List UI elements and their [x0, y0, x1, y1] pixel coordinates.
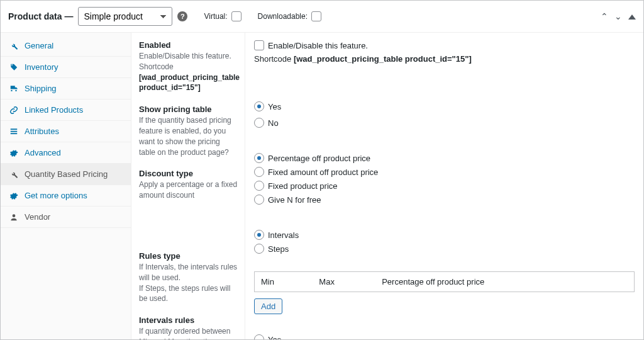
wrench-icon [9, 42, 18, 50]
sidebar-item-advanced[interactable]: Advanced [1, 142, 131, 164]
help-icon[interactable]: ? [177, 11, 187, 21]
ctrl-show-table: Yes No [254, 101, 635, 128]
sidebar-item-quantity-based-pricing[interactable]: Quantity Based Pricing [1, 164, 131, 185]
ctrl-tiered: Yes No [254, 334, 635, 339]
enable-feature-label: Enable/Disable this feature. [268, 41, 368, 50]
svg-point-3 [13, 214, 16, 217]
sidebar-item-general[interactable]: General [1, 35, 131, 57]
svg-rect-1 [11, 130, 18, 132]
sidebar-item-linked-products[interactable]: Linked Products [1, 99, 131, 121]
panel-title: Product data — [8, 11, 73, 21]
sidebar-item-label: Inventory [25, 62, 58, 72]
rules-type-radio[interactable] [254, 244, 264, 254]
sidebar-item-vendor[interactable]: Vendor [1, 207, 131, 228]
discount-option: Give N for free [254, 195, 635, 205]
panel-header: Product data — Simple product ? Virtual:… [1, 1, 643, 33]
sidebar-item-label: Quantity Based Pricing [25, 169, 108, 179]
descriptions-column: Enabled Enable/Disable this feature. Sho… [131, 33, 245, 339]
shortcode-display: Shortcode [wad_product_pricing_table pro… [254, 54, 635, 64]
gear-icon [9, 149, 18, 157]
desc-label: Intervals rules [139, 315, 238, 325]
sidebar-item-label: Get more options [25, 191, 87, 200]
radio-label-yes: Yes [268, 102, 281, 111]
sidebar-item-inventory[interactable]: Inventory [1, 57, 131, 78]
radio-label: Fixed product price [268, 181, 338, 191]
intervals-rules-table: MinMaxPercentage off product price [254, 271, 635, 292]
sidebar-item-label: Vendor [25, 212, 50, 222]
show-table-no-radio[interactable] [254, 118, 264, 128]
radio-label: Give N for free [268, 195, 321, 205]
discount-option: Percentage off product price [254, 153, 635, 163]
table-header: Percentage off product price [375, 272, 634, 292]
controls-column: Enable/Disable this feature. Shortcode [… [245, 33, 643, 339]
product-type-select[interactable]: Simple product [78, 7, 172, 26]
ctrl-enabled: Enable/Disable this feature. Shortcode [… [254, 40, 635, 64]
discount-option: Fixed amount off product price [254, 167, 635, 177]
radio-label: Fixed amount off product price [268, 167, 378, 177]
truck-icon [9, 84, 18, 93]
link-icon [9, 106, 18, 115]
show-table-yes-radio[interactable] [254, 101, 264, 111]
downloadable-checkbox[interactable] [311, 11, 321, 21]
radio-label: Percentage off product price [268, 154, 370, 163]
discount-type-radio[interactable] [254, 195, 264, 205]
discount-option: Fixed product price [254, 181, 635, 191]
rules-option: Steps [254, 244, 635, 254]
desc-label: Show pricing table [139, 105, 238, 114]
ctrl-intervals-rules: MinMaxPercentage off product price Add [254, 271, 635, 314]
desc-label: Enabled [139, 40, 238, 50]
desc-rules-type: Rules type If Intervals, the intervals r… [139, 251, 238, 304]
wrench-icon [9, 170, 18, 179]
svg-rect-2 [11, 133, 18, 134]
virtual-checkbox[interactable] [231, 11, 242, 21]
desc-hint: If the quantity based pricing feature is… [139, 115, 238, 157]
discount-type-radio[interactable] [254, 153, 264, 163]
desc-label: Discount type [139, 169, 238, 178]
desc-show-table: Show pricing table If the quantity based… [139, 105, 238, 157]
rules-type-radio[interactable] [254, 230, 264, 240]
radio-label-yes: Yes [268, 335, 281, 340]
desc-hint: If quantity ordered between Min and Max,… [139, 326, 238, 339]
desc-label: Rules type [139, 251, 238, 261]
product-data-panel: Product data — Simple product ? Virtual:… [0, 0, 644, 340]
table-header: Min [255, 272, 313, 292]
desc-hint: Apply a percentage or a fixed amount dis… [139, 179, 238, 201]
downloadable-option: Downloadable: [258, 11, 321, 21]
radio-label: Intervals [268, 230, 299, 240]
table-header: Max [313, 272, 375, 292]
sidebar-item-label: Shipping [25, 84, 57, 93]
ctrl-rules-type: IntervalsSteps [254, 230, 635, 254]
desc-intervals-rules: Intervals rules If quantity ordered betw… [139, 315, 238, 339]
sidebar-item-label: Attributes [25, 127, 59, 136]
enable-feature-checkbox[interactable] [254, 40, 264, 50]
user-icon [9, 213, 18, 222]
collapse-icon[interactable] [628, 11, 636, 21]
sidebar-item-label: General [25, 41, 53, 50]
sidebar-item-attributes[interactable]: Attributes [1, 121, 131, 142]
sidebar: GeneralInventoryShippingLinked ProductsA… [1, 33, 131, 339]
downloadable-label: Downloadable: [258, 12, 308, 21]
discount-type-radio[interactable] [254, 167, 264, 177]
panel-body: GeneralInventoryShippingLinked ProductsA… [1, 33, 643, 339]
virtual-option: Virtual: [204, 11, 241, 21]
sidebar-item-label: Linked Products [25, 105, 83, 115]
move-down-icon[interactable]: ⌄ [614, 11, 622, 21]
rules-option: Intervals [254, 230, 635, 240]
virtual-label: Virtual: [204, 12, 227, 21]
gear-icon [9, 191, 18, 200]
svg-rect-0 [11, 128, 18, 130]
sidebar-item-get-more-options[interactable]: Get more options [1, 185, 131, 207]
add-rule-button[interactable]: Add [254, 298, 282, 314]
panel-header-controls: ⌃ ⌄ [601, 11, 636, 21]
move-up-icon[interactable]: ⌃ [601, 11, 608, 21]
tiered-yes-radio[interactable] [254, 334, 264, 339]
desc-discount-type: Discount type Apply a percentage or a fi… [139, 169, 238, 201]
ctrl-discount-type: Percentage off product priceFixed amount… [254, 153, 635, 205]
desc-hint: If Intervals, the intervals rules will b… [139, 262, 238, 304]
desc-hint: Enable/Disable this feature. Shortcode [… [139, 51, 238, 93]
tag-icon [9, 63, 18, 72]
discount-type-radio[interactable] [254, 181, 264, 191]
desc-enabled: Enabled Enable/Disable this feature. Sho… [139, 40, 238, 93]
sidebar-item-shipping[interactable]: Shipping [1, 78, 131, 99]
list-icon [9, 127, 18, 136]
